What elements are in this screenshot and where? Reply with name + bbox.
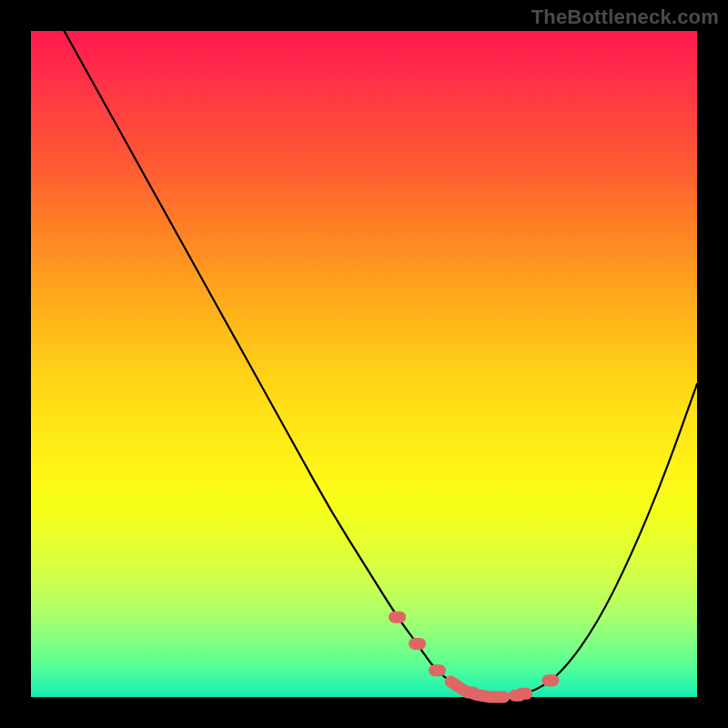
- chart-frame: TheBottleneck.com: [0, 0, 728, 728]
- curve-markers: [395, 617, 553, 697]
- plot-area: [31, 31, 697, 697]
- bottleneck-curve: [65, 31, 697, 697]
- watermark-text: TheBottleneck.com: [531, 5, 719, 29]
- curve-svg: [31, 31, 697, 697]
